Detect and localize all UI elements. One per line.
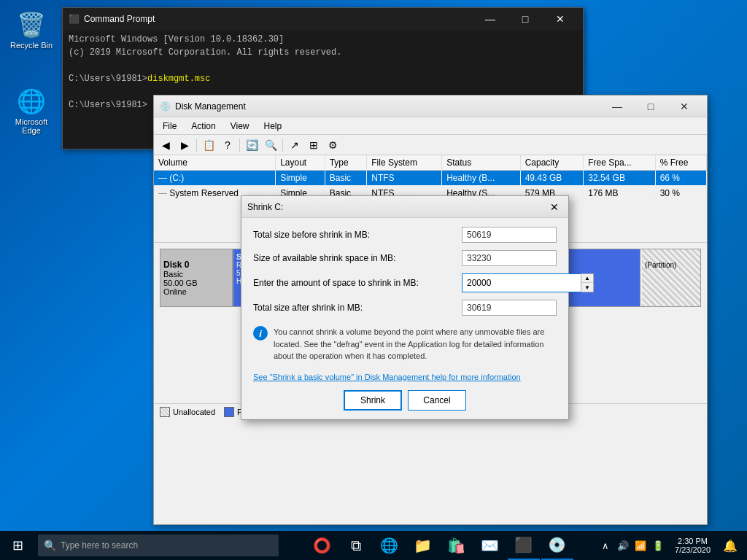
- shrink-titlebar: Shrink C: ✕: [241, 196, 568, 218]
- unallocated-type: (Partition): [645, 261, 697, 269]
- shrink-help-link[interactable]: See "Shrink a basic volume" in Disk Mana…: [253, 373, 521, 381]
- disk-table: Volume Layout Type File System Status Ca…: [154, 155, 707, 201]
- clock-date: 7/23/2020: [675, 545, 711, 554]
- col-layout: Layout: [276, 155, 325, 171]
- shrink-body: Total size before shrink in MB: 50619 Si…: [241, 218, 568, 419]
- toolbar-forward[interactable]: ▶: [176, 137, 193, 153]
- cell-free: 32.54 GB: [584, 171, 655, 186]
- clock[interactable]: 2:30 PM 7/23/2020: [669, 531, 716, 560]
- shrink-amount-input[interactable]: [462, 273, 581, 292]
- col-type: Type: [325, 155, 367, 171]
- disk-icon: 💿: [160, 101, 171, 112]
- shrink-spin-up[interactable]: ▲: [581, 274, 593, 283]
- col-free: Free Spa...: [584, 155, 655, 171]
- taskbar-task-view[interactable]: ⧉: [340, 531, 372, 560]
- toolbar-help[interactable]: ?: [219, 137, 236, 153]
- tray-chevron[interactable]: ∧: [597, 531, 614, 560]
- menu-view[interactable]: View: [225, 120, 255, 133]
- shrink-value-1: 33230: [462, 250, 557, 266]
- cmd-titlebar: ⬛ Command Prompt — □ ✕: [63, 8, 583, 30]
- system-tray: ∧ 🔊 📶 🔋: [597, 531, 666, 560]
- taskbar-store[interactable]: 🛍️: [441, 531, 473, 560]
- disk-0-size: 50.00 GB: [163, 279, 229, 287]
- toolbar-sep-2: [239, 139, 240, 152]
- shrink-field-2: Enter the amount of space to shrink in M…: [253, 273, 557, 292]
- toolbar-expand[interactable]: ↗: [286, 137, 303, 153]
- col-status: Status: [442, 155, 520, 171]
- shrink-dialog: Shrink C: ✕ Total size before shrink in …: [241, 195, 569, 420]
- shrink-info-text: You cannot shrink a volume beyond the po…: [274, 326, 557, 362]
- toolbar-rescan[interactable]: 🔍: [262, 137, 279, 153]
- table-row[interactable]: — (C:) Simple Basic NTFS Healthy (B... 4…: [154, 171, 707, 186]
- taskbar-mail[interactable]: ✉️: [474, 531, 506, 560]
- taskbar: ⊞ 🔍 Type here to search ⭕ ⧉ 🌐 📁 🛍️ ✉️ ⬛ …: [0, 531, 747, 560]
- cmd-line-1: Microsoft Windows [Version 10.0.18362.30…: [69, 33, 577, 46]
- col-filesystem: File System: [367, 155, 442, 171]
- taskbar-cortana[interactable]: ⭕: [306, 531, 338, 560]
- taskbar-disk-mgmt[interactable]: 💿: [541, 531, 573, 560]
- shrink-button[interactable]: Shrink: [344, 390, 402, 411]
- clock-time: 2:30 PM: [678, 537, 708, 545]
- toolbar-refresh[interactable]: 🔄: [243, 137, 260, 153]
- search-bar[interactable]: 🔍 Type here to search: [38, 534, 279, 556]
- search-icon: 🔍: [44, 540, 56, 551]
- cell-pct-free: 66 %: [655, 171, 706, 186]
- cmd-maximize-button[interactable]: □: [508, 8, 542, 30]
- cancel-button[interactable]: Cancel: [408, 390, 466, 411]
- unallocated-partition[interactable]: (Partition): [642, 249, 700, 306]
- taskbar-file-explorer[interactable]: 📁: [407, 531, 439, 560]
- cmd-close-button[interactable]: ✕: [543, 8, 577, 30]
- edge-label: Microsoft Edge: [9, 117, 54, 135]
- cell-capacity: 49.43 GB: [520, 171, 584, 186]
- edge-icon[interactable]: 🌐 Microsoft Edge: [6, 84, 57, 138]
- notification-button[interactable]: 🔔: [719, 531, 741, 560]
- disk-minimize-button[interactable]: —: [600, 96, 634, 117]
- cell-pct-free: 30 %: [655, 186, 706, 201]
- taskbar-right: ∧ 🔊 📶 🔋 2:30 PM 7/23/2020 🔔: [597, 531, 747, 560]
- legend-primary-box: [224, 407, 234, 417]
- cmd-line-4: C:\Users\91981>diskmgmt.msc: [69, 72, 577, 85]
- toolbar-extra[interactable]: ⊞: [305, 137, 322, 153]
- toolbar-properties[interactable]: 📋: [200, 137, 217, 153]
- shrink-label-0: Total size before shrink in MB:: [253, 230, 462, 240]
- shrink-title: Shrink C:: [247, 202, 283, 212]
- shrink-value-3: 30619: [462, 300, 557, 316]
- shrink-spin-buttons: ▲ ▼: [581, 273, 594, 292]
- cell-status: Healthy (B...: [442, 171, 520, 186]
- toolbar-sep-3: [282, 139, 283, 152]
- disk-maximize-button[interactable]: □: [634, 96, 667, 117]
- shrink-label-3: Total size after shrink in MB:: [253, 303, 462, 313]
- shrink-value-0: 50619: [462, 227, 557, 243]
- taskbar-cmd[interactable]: ⬛: [508, 531, 540, 560]
- shrink-label-2: Enter the amount of space to shrink in M…: [253, 278, 462, 288]
- menu-file[interactable]: File: [157, 120, 182, 133]
- shrink-link-area: See "Shrink a basic volume" in Disk Mana…: [253, 373, 557, 381]
- tray-volume[interactable]: 🔊: [615, 531, 631, 560]
- disk-0-label: Disk 0 Basic 50.00 GB Online: [160, 249, 233, 307]
- shrink-spin-down[interactable]: ▼: [581, 283, 593, 292]
- col-pct-free: % Free: [655, 155, 706, 171]
- taskbar-edge[interactable]: 🌐: [374, 531, 406, 560]
- disk-0-name: Disk 0: [163, 260, 229, 270]
- disk-title-area: 💿 Disk Management: [160, 101, 246, 112]
- legend-unallocated-label: Unallocated: [173, 408, 215, 416]
- cmd-line-3: [69, 59, 577, 72]
- disk-close-button[interactable]: ✕: [667, 96, 701, 117]
- taskbar-apps: ⭕ ⧉ 🌐 📁 🛍️ ✉️ ⬛ 💿: [282, 531, 597, 560]
- tray-network[interactable]: 📶: [632, 531, 649, 560]
- menu-help[interactable]: Help: [258, 120, 288, 133]
- toolbar-back[interactable]: ◀: [157, 137, 174, 153]
- cmd-window-controls: — □ ✕: [473, 8, 577, 30]
- disk-menubar: File Action View Help: [154, 117, 707, 135]
- toolbar-settings[interactable]: ⚙: [324, 137, 341, 153]
- desktop: 🗑️ Recycle Bin 🌐 Microsoft Edge ⬛ Comman…: [0, 0, 747, 531]
- edge-image: 🌐: [17, 87, 46, 116]
- cmd-minimize-button[interactable]: —: [473, 8, 507, 30]
- recycle-bin-icon[interactable]: 🗑️ Recycle Bin: [6, 7, 57, 52]
- menu-action[interactable]: Action: [185, 120, 221, 133]
- start-button[interactable]: ⊞: [0, 531, 35, 560]
- legend-unallocated: Unallocated: [160, 407, 215, 417]
- tray-battery[interactable]: 🔋: [650, 531, 666, 560]
- cmd-line-2: (c) 2019 Microsoft Corporation. All righ…: [69, 46, 577, 59]
- shrink-close-button[interactable]: ✕: [546, 199, 562, 215]
